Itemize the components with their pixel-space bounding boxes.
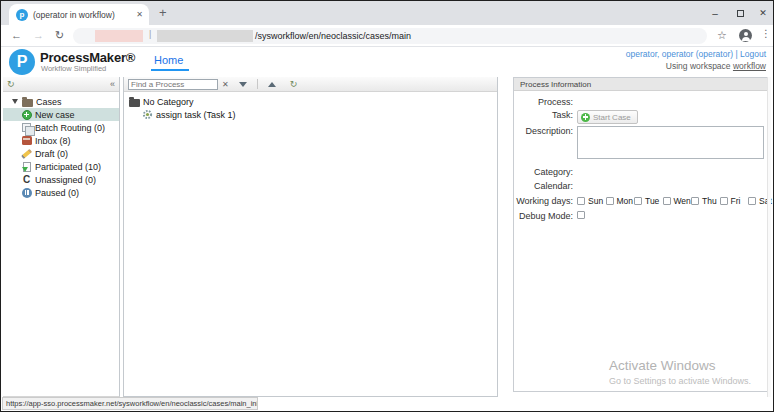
sidebar-item-label: New case [35, 110, 75, 120]
tab-close-icon[interactable]: ✕ [136, 10, 143, 19]
tree-node-label: Cases [36, 97, 62, 107]
sidebar-item-participated[interactable]: Participated (10) [3, 160, 119, 173]
sidebar-item-label: Participated (10) [35, 162, 101, 172]
window-minimize-button[interactable]: – [704, 1, 726, 25]
working-day-wen-checkbox[interactable] [663, 197, 671, 205]
bookmark-star-icon[interactable]: ☆ [717, 29, 727, 42]
sidebar-item-label: Unassigned (0) [35, 175, 96, 185]
new-case-icon [20, 110, 33, 120]
app-header: P ProcessMaker® Workflow Simplified Home… [1, 47, 773, 77]
process-field-row: Process: [514, 97, 770, 107]
activate-windows-subtitle: Go to Settings to activate Windows. [609, 376, 751, 386]
address-bar[interactable]: | /sysworkflow/en/neoclassic/cases/main [73, 28, 707, 44]
sidebar-item-paused[interactable]: Paused (0) [3, 186, 119, 199]
category-row[interactable]: No Category [128, 95, 497, 108]
processmaker-logo-icon: P [9, 49, 35, 75]
back-icon[interactable]: ← [11, 29, 22, 41]
window-maximize-button[interactable] [729, 1, 751, 25]
sidebar-item-draft[interactable]: Draft (0) [3, 147, 119, 160]
working-day-sat-checkbox[interactable] [748, 197, 756, 205]
process-search-toolbar: ✕ ↻ [124, 77, 497, 92]
sidebar-item-label: Batch Routing (0) [35, 123, 105, 133]
sidebar-item-label: Draft (0) [35, 149, 68, 159]
working-day-fri-checkbox[interactable] [720, 197, 728, 205]
task-field-label: Task: [514, 110, 577, 120]
working-day-sun-checkbox[interactable] [577, 197, 585, 205]
sidebar-item-batch-routing[interactable]: Batch Routing (0) [3, 121, 119, 134]
draft-pencil-icon [20, 152, 33, 156]
user-links-separator: | [733, 49, 740, 59]
sidebar-item-label: Paused (0) [35, 188, 79, 198]
working-day-tue-checkbox[interactable] [634, 197, 642, 205]
right-scrollbar[interactable] [767, 77, 771, 397]
brand-name: ProcessMaker® [40, 50, 135, 65]
window-close-button[interactable]: ✕ [752, 1, 774, 25]
brand-tagline: Workflow Simplified [41, 64, 106, 73]
sidebar-item-new-case[interactable]: New case [3, 108, 119, 121]
url-redacted-block-2 [157, 30, 253, 42]
calendar-field-label: Calendar: [514, 181, 577, 191]
sidebar-item-inbox[interactable]: Inbox (8) [3, 134, 119, 147]
expanded-caret-icon[interactable] [8, 99, 21, 104]
status-bar-link-preview: https://app-sso.processmaker.net/syswork… [2, 397, 258, 410]
debug-mode-checkbox[interactable] [577, 211, 585, 219]
browser-menu-icon[interactable]: ⋮ [761, 28, 771, 39]
toolbar-separator [257, 79, 258, 89]
category-field-row: Category: [514, 167, 770, 177]
url-separator: | [149, 29, 151, 39]
sidebar-item-unassigned[interactable]: C Unassigned (0) [3, 173, 119, 186]
working-days-row: Working days: Sun Mon Tue Wen Thu Fri Sa… [514, 196, 770, 206]
browser-window: p (operator in workflow) ✕ + – ✕ ← → ↻ |… [0, 0, 774, 412]
working-day-mon: Mon [606, 196, 635, 206]
expand-all-icon[interactable] [239, 82, 247, 87]
sidebar-collapse-icon[interactable]: « [110, 79, 115, 89]
user-links: operator, operator (operator) | Logout [626, 49, 766, 59]
process-browser-panel: ✕ ↻ No Category assign task (Task 1) [123, 77, 498, 397]
working-day-mon-checkbox[interactable] [606, 197, 614, 205]
description-textarea[interactable] [577, 126, 764, 159]
category-folder-icon [128, 97, 141, 107]
working-day-thu-checkbox[interactable] [691, 197, 699, 205]
cases-sidebar-toolbar: ↻ « [3, 77, 119, 92]
browser-tab[interactable]: p (operator in workflow) ✕ [9, 4, 149, 25]
user-account-link[interactable]: operator, operator (operator) [626, 49, 733, 59]
collapse-all-icon[interactable] [268, 82, 276, 87]
clear-search-icon[interactable]: ✕ [222, 80, 229, 89]
browser-toolbar: ← → ↻ | /sysworkflow/en/neoclassic/cases… [1, 25, 773, 47]
activate-windows-watermark: Activate Windows [609, 358, 716, 373]
reload-icon[interactable]: ↻ [55, 29, 64, 42]
start-case-button[interactable]: Start Case [577, 110, 638, 124]
unassigned-icon: C [20, 175, 33, 185]
process-row-assign-task[interactable]: assign task (Task 1) [128, 108, 497, 121]
process-list-refresh-icon[interactable]: ↻ [290, 79, 298, 89]
profile-avatar-icon[interactable] [739, 29, 752, 42]
debug-mode-label: Debug Mode: [514, 211, 577, 221]
batch-routing-icon [20, 123, 33, 132]
maximize-icon [737, 10, 744, 17]
working-day-tue: Tue [634, 196, 663, 206]
cases-folder-icon [21, 97, 34, 107]
tree-node-cases[interactable]: Cases [3, 95, 119, 108]
new-tab-button[interactable]: + [159, 5, 167, 20]
description-field-row: Description: [514, 126, 770, 159]
category-field-label: Category: [514, 167, 577, 177]
workspace-line: Using workspace workflow [666, 61, 766, 71]
workspace-link[interactable]: workflow [733, 61, 766, 71]
logout-link[interactable]: Logout [740, 49, 766, 59]
debug-mode-row: Debug Mode: [514, 211, 770, 221]
process-field-label: Process: [514, 97, 577, 107]
workspace-prefix: Using workspace [666, 61, 733, 71]
description-field-label: Description: [514, 126, 577, 136]
cases-tree: Cases New case Batch Routing (0) Inbox (… [3, 92, 119, 199]
processmaker-favicon-icon: p [16, 9, 28, 21]
sidebar-refresh-icon[interactable]: ↻ [7, 79, 15, 89]
find-process-input[interactable] [128, 79, 218, 90]
working-days-checkboxes: Sun Mon Tue Wen Thu Fri Sat [577, 196, 774, 206]
cases-sidebar: ↻ « Cases New case Batch Routing (0) Inb… [3, 77, 120, 397]
tab-title: (operator in workflow) [33, 10, 132, 20]
working-days-label: Working days: [514, 196, 577, 206]
sidebar-item-label: Inbox (8) [35, 136, 71, 146]
working-day-thu: Thu [691, 196, 720, 206]
browser-tab-bar: p (operator in workflow) ✕ + – ✕ [1, 1, 773, 25]
tab-home[interactable]: Home [154, 54, 183, 66]
